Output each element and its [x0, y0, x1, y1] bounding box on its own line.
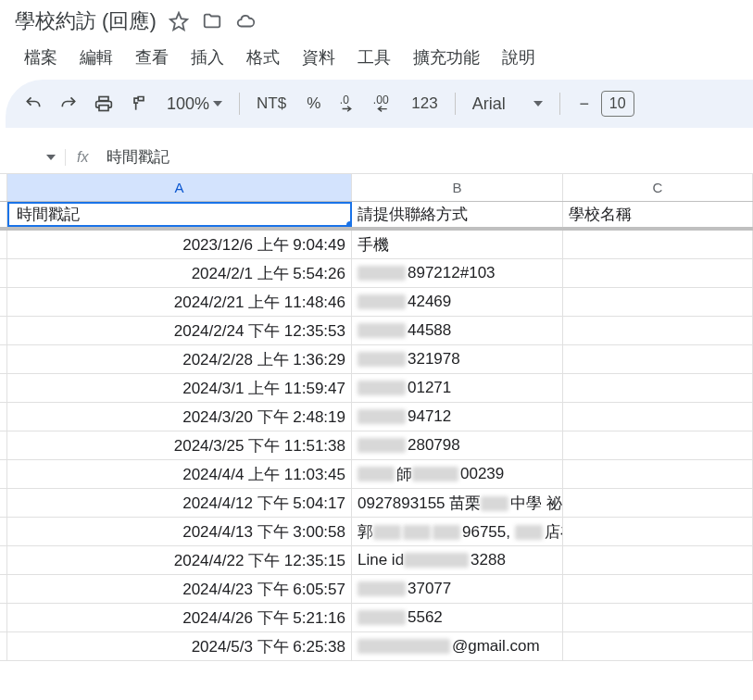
cell[interactable]: 學校名稱: [563, 202, 753, 227]
cell[interactable]: [563, 518, 753, 545]
cell[interactable]: xxxx01271: [352, 374, 563, 402]
col-header-a[interactable]: A: [7, 174, 352, 201]
spreadsheet: A B C 時間戳記 請提供聯絡方式 學校名稱 2023/12/6 上午 9:0…: [0, 174, 753, 661]
cell[interactable]: 2024/4/13 下午 3:00:58: [7, 518, 352, 545]
cell[interactable]: 2024/4/26 下午 5:21:16: [7, 604, 352, 631]
col-header-c[interactable]: C: [563, 174, 753, 201]
print-icon[interactable]: [89, 89, 119, 119]
font-select[interactable]: Arial: [465, 91, 550, 118]
cell[interactable]: [563, 575, 753, 603]
menu-edit[interactable]: 編輯: [70, 43, 122, 72]
fx-icon: fx: [65, 149, 99, 166]
cell[interactable]: [563, 632, 753, 660]
currency-button[interactable]: NT$: [249, 91, 294, 117]
cell[interactable]: xxxx321978: [352, 345, 563, 373]
menu-bar: 檔案 編輯 查看 插入 格式 資料 工具 擴充功能 說明: [15, 39, 738, 80]
cell[interactable]: 2024/3/25 下午 11:51:38: [7, 431, 352, 459]
menu-data[interactable]: 資料: [293, 43, 345, 72]
divider: [239, 93, 240, 115]
chevron-down-icon: [46, 155, 56, 160]
cell[interactable]: xxxx280798: [352, 431, 563, 459]
cloud-icon[interactable]: [234, 10, 257, 32]
chevron-down-icon: [533, 101, 543, 106]
folder-icon[interactable]: [201, 10, 223, 32]
cell[interactable]: 2024/2/24 下午 12:35:53: [7, 317, 352, 344]
cell[interactable]: 2024/2/28 上午 1:36:29: [7, 345, 352, 373]
cell[interactable]: 2024/5/3 下午 6:25:38: [7, 632, 352, 660]
redo-icon[interactable]: [54, 89, 83, 119]
menu-view[interactable]: 查看: [126, 43, 178, 72]
cell[interactable]: 2024/3/1 上午 11:59:47: [7, 374, 352, 402]
name-box[interactable]: [9, 155, 65, 160]
cell[interactable]: xxxx897212#103: [352, 259, 563, 287]
cell[interactable]: xxxx44588: [352, 317, 563, 344]
decrease-decimal-button[interactable]: .0: [333, 89, 363, 119]
divider: [455, 93, 456, 115]
cell[interactable]: xxxx94712: [352, 403, 563, 431]
cell[interactable]: Line id xxxx3288: [352, 546, 563, 574]
menu-file[interactable]: 檔案: [15, 43, 67, 72]
svg-rect-0: [99, 97, 108, 101]
cell[interactable]: [563, 431, 753, 459]
cell[interactable]: 2024/4/23 下午 6:05:57: [7, 575, 352, 603]
svg-text:.00: .00: [373, 94, 389, 106]
cell[interactable]: xxxx5562: [352, 604, 563, 631]
formula-content[interactable]: 時間戳記: [99, 146, 169, 168]
cell[interactable]: 2024/4/4 上午 11:03:45: [7, 460, 352, 488]
toolbar: 100% NT$ % .0 .00 123 Arial − 10: [6, 80, 753, 128]
menu-insert[interactable]: 插入: [182, 43, 233, 72]
cell[interactable]: 0927893155 苗栗xx中學 祕書xx█: [352, 489, 563, 517]
cell[interactable]: [563, 374, 753, 402]
doc-title[interactable]: 學校約訪 (回應): [15, 7, 157, 35]
paint-format-icon[interactable]: [124, 89, 154, 119]
number-format-button[interactable]: 123: [404, 91, 445, 117]
cell[interactable]: [563, 604, 753, 631]
cell[interactable]: [563, 317, 753, 344]
cell[interactable]: 2024/2/21 上午 11:48:46: [7, 288, 352, 316]
svg-rect-1: [99, 106, 108, 111]
increase-decimal-button[interactable]: .00: [369, 89, 398, 119]
cell[interactable]: [563, 231, 753, 258]
zoom-value: 100%: [167, 94, 209, 114]
undo-icon[interactable]: [19, 89, 48, 119]
svg-text:.0: .0: [340, 94, 349, 106]
col-header-b[interactable]: B: [352, 174, 563, 201]
cell[interactable]: 2024/4/12 下午 5:04:17: [7, 489, 352, 517]
cell[interactable]: 請提供聯絡方式: [352, 202, 563, 227]
cell-selected[interactable]: 時間戳記: [7, 202, 352, 227]
cell[interactable]: [563, 403, 753, 431]
cell[interactable]: [563, 460, 753, 488]
cell[interactable]: 手機: [352, 231, 563, 258]
cell[interactable]: [563, 259, 753, 287]
cell[interactable]: [563, 288, 753, 316]
formula-bar: fx 時間戳記: [0, 141, 753, 174]
font-size-input[interactable]: 10: [601, 91, 634, 117]
cell[interactable]: [563, 546, 753, 574]
cell[interactable]: 2024/2/1 上午 5:54:26: [7, 259, 352, 287]
cell[interactable]: xxxx師xxxx00239: [352, 460, 563, 488]
menu-help[interactable]: 說明: [493, 43, 545, 72]
cell[interactable]: 郭xxxxxx96755, xx店在高雄市明誠路上: [352, 518, 563, 545]
font-name: Arial: [472, 94, 506, 114]
cell[interactable]: 2024/4/22 下午 12:35:15: [7, 546, 352, 574]
menu-extensions[interactable]: 擴充功能: [404, 43, 489, 72]
cell[interactable]: [563, 489, 753, 517]
decrease-font-button[interactable]: −: [570, 89, 599, 119]
chevron-down-icon: [213, 101, 222, 106]
percent-button[interactable]: %: [299, 91, 328, 117]
menu-tools[interactable]: 工具: [348, 43, 400, 72]
cell[interactable]: xxxx@gmail.com: [352, 632, 563, 660]
cell[interactable]: 2024/3/20 下午 2:48:19: [7, 403, 352, 431]
menu-format[interactable]: 格式: [237, 43, 289, 72]
cell[interactable]: xxxx37077: [352, 575, 563, 603]
zoom-select[interactable]: 100%: [159, 91, 230, 118]
star-icon[interactable]: [168, 10, 190, 32]
cell[interactable]: [563, 345, 753, 373]
divider: [559, 93, 560, 115]
cell[interactable]: xxxx42469: [352, 288, 563, 316]
select-all-cell[interactable]: [0, 174, 7, 201]
cell[interactable]: 2023/12/6 上午 9:04:49: [7, 231, 352, 258]
